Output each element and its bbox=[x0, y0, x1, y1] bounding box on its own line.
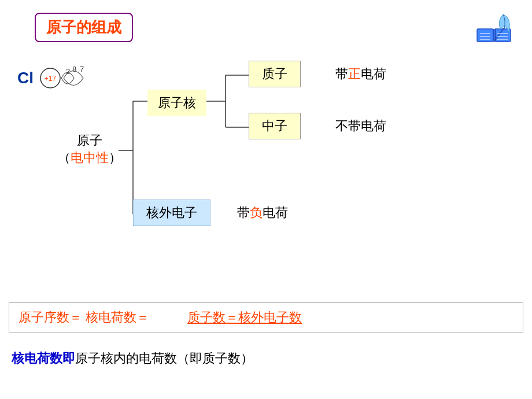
atom-label-line2: （电中性） bbox=[58, 149, 121, 167]
atom-label-line1: 原子 bbox=[58, 132, 121, 149]
bottom-blue: 核电荷数即 bbox=[12, 351, 75, 365]
neutron-charge-label: 不带电荷 bbox=[335, 117, 386, 135]
svg-rect-1 bbox=[494, 29, 511, 42]
info-bar: 原子序数＝ 核电荷数＝ 质子数＝核外电子数 bbox=[9, 302, 523, 332]
cl-diagram: Cl +17 2 8 7 bbox=[17, 64, 105, 93]
atom-colored: 电中性 bbox=[71, 150, 109, 165]
nucleus-box: 原子核 bbox=[147, 90, 206, 116]
tree-svg bbox=[0, 0, 532, 399]
atom-label: 原子 （电中性） bbox=[58, 132, 121, 167]
svg-text:+17: +17 bbox=[45, 75, 57, 83]
title-text: 原子的组成 bbox=[46, 19, 121, 36]
electron-box: 核外电子 bbox=[133, 200, 210, 226]
bottom-normal: 原子核内的电荷数（即质子数） bbox=[75, 351, 253, 365]
positive-text: 正 bbox=[348, 66, 361, 81]
svg-rect-0 bbox=[477, 29, 493, 42]
proton-charge-label: 带正电荷 bbox=[335, 65, 386, 83]
proton-box: 质子 bbox=[249, 61, 301, 87]
title-box: 原子的组成 bbox=[35, 13, 133, 42]
svg-text:8: 8 bbox=[72, 65, 76, 73]
info-bar-part2: 质子数＝核外电子数 bbox=[187, 310, 302, 324]
electron-charge-label: 带负电荷 bbox=[237, 204, 288, 221]
neutron-label: 中子 bbox=[262, 119, 287, 133]
svg-text:2: 2 bbox=[66, 67, 70, 76]
nucleus-label: 原子核 bbox=[158, 95, 196, 110]
electron-label: 核外电子 bbox=[146, 205, 197, 220]
info-bar-part1: 原子序数＝ 核电荷数＝ bbox=[19, 310, 149, 324]
book-icon bbox=[474, 12, 515, 53]
neutron-box: 中子 bbox=[249, 113, 301, 139]
negative-text: 负 bbox=[250, 205, 263, 220]
svg-text:7: 7 bbox=[80, 65, 84, 73]
bottom-desc: 核电荷数即原子核内的电荷数（即质子数） bbox=[12, 350, 253, 367]
proton-label: 质子 bbox=[262, 66, 287, 81]
cl-symbol: Cl bbox=[17, 69, 34, 87]
